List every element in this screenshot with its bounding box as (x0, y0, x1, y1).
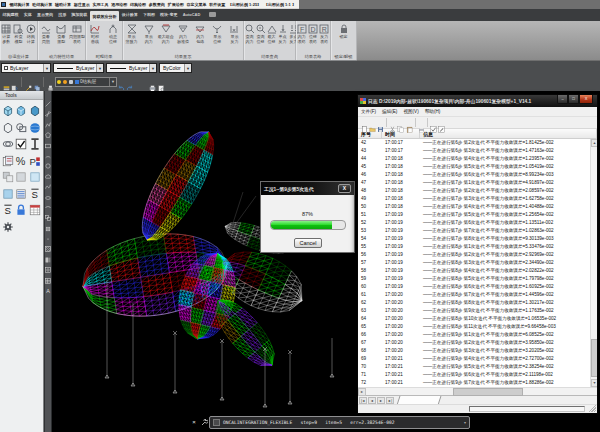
pred-tool-icon[interactable]: P (29, 153, 41, 165)
menu-item[interactable]: 实用工具 (91, 0, 110, 9)
scroll-down-button[interactable]: ▼ (591, 379, 597, 387)
menu-item[interactable]: 结构绘图 (129, 0, 148, 9)
tcut-icon[interactable] (389, 119, 396, 126)
mtext-draw-icon[interactable]: A (45, 280, 51, 286)
ribbon-button[interactable]: 内力 包络 (192, 22, 209, 54)
log-menu-item[interactable]: 视图(V) (400, 107, 421, 117)
plot-icon[interactable] (149, 78, 156, 85)
match-icon[interactable] (25, 78, 32, 85)
tsave-icon[interactable] (377, 119, 384, 126)
bluesq2-tool-icon[interactable] (2, 186, 14, 198)
menu-item[interactable]: 辅助计算 (54, 0, 73, 9)
log-row[interactable]: 5917:00:19——正在进行第8步 第5次迭代 不平衡力收敛误差=1.797… (358, 275, 590, 283)
cancel-button[interactable]: Cancel (294, 238, 322, 248)
log-row[interactable]: 4317:00:17——正在进行第6步 第3次迭代 不平衡力收敛误差=1.471… (358, 147, 590, 155)
layers-icon[interactable] (3, 78, 10, 85)
log-row[interactable]: 6517:00:20——正在进行第8步 第11次迭代 不平衡力收敛误差=9.66… (358, 323, 590, 331)
log-row[interactable]: 6017:00:19——正在进行第8步 第6次迭代 不平衡力收敛误差=1.609… (358, 283, 590, 291)
tcheck-icon[interactable] (430, 119, 437, 126)
scroll-up-button[interactable]: ▲ (591, 139, 597, 147)
ribbon-button[interactable]: 最大组合 内力 (157, 22, 174, 54)
log-row[interactable]: 4917:00:18——正在进行第7步 第3次迭代 不平衡力收敛误差=1.627… (358, 195, 590, 203)
property-combo[interactable]: ByLayer ▼ (1, 63, 51, 73)
ellipse-draw-icon[interactable] (45, 187, 51, 193)
command-input[interactable]: ONCALINTEGRATION_FLEXIBLE step=9 item=5 … (209, 416, 470, 429)
log-row[interactable]: 4417:00:18——正在进行第6步 第4次迭代 不平衡力收敛误差=1.239… (358, 155, 590, 163)
stack-icon[interactable] (34, 78, 41, 85)
cube3-tool-icon[interactable] (29, 103, 41, 115)
smac2-tool-icon[interactable]: S (2, 202, 14, 214)
log-row[interactable]: 4817:00:18——正在进行第7步 第2次迭代 不平衡力收敛误差=2.085… (358, 187, 590, 195)
dropdown-arrow-icon[interactable]: ▼ (96, 64, 103, 72)
cube1-tool-icon[interactable] (2, 103, 14, 115)
ribbon-button[interactable]: 显示 内力 (140, 22, 157, 54)
gear-tool-icon[interactable] (2, 219, 14, 231)
xline-draw-icon[interactable] (45, 103, 51, 109)
sphere-tool-icon[interactable] (29, 120, 41, 132)
log-row[interactable]: 5517:00:19——正在进行第8步 第1次迭代 不平衡力收敛误差=5.334… (358, 243, 590, 251)
ribbon-button[interactable]: 动态 位移 (104, 22, 122, 54)
sheets-tool-icon[interactable] (2, 153, 14, 165)
graysq-tool-icon[interactable] (15, 169, 27, 181)
dialog-close-button[interactable]: X (338, 184, 351, 193)
corners-tool-icon[interactable] (2, 169, 14, 181)
cube2-tool-icon[interactable] (15, 103, 27, 115)
log-row[interactable]: 6117:00:20——正在进行第8步 第7次迭代 不平衡力收敛误差=1.445… (358, 291, 590, 299)
log-row[interactable]: 6717:00:20——正在进行第9步 第2次迭代 不平衡力收敛误差=3.958… (358, 339, 590, 347)
log-row[interactable]: 5717:00:19——正在进行第8步 第3次迭代 不平衡力收敛误差=2.344… (358, 259, 590, 267)
hatch-draw-icon[interactable] (45, 238, 51, 244)
command-expand-icon[interactable]: ▾ (464, 420, 466, 425)
ribbon-button[interactable]: 单点 反力 (277, 22, 288, 54)
resize-grip[interactable] (589, 405, 596, 412)
gridred-tool-icon[interactable] (29, 202, 41, 214)
ribbon-button[interactable]: 查询 内力 (244, 22, 255, 54)
ribbon-button[interactable]: D 位移 表格 (307, 22, 318, 54)
log-row[interactable]: 6617:00:20——正在进行第9步 第1次迭代 不平衡力收敛误差=6.085… (358, 331, 590, 339)
polygon-draw-icon[interactable] (45, 124, 51, 130)
tpen-icon[interactable] (438, 119, 445, 126)
tpaste-icon[interactable] (406, 119, 413, 126)
region-draw-icon[interactable] (45, 259, 51, 265)
log-row[interactable]: 5217:00:19——正在进行第7步 第6次迭代 不平衡力收敛误差=1.135… (358, 219, 590, 227)
column-header[interactable]: 信息 (420, 129, 597, 138)
insblk-draw-icon[interactable] (45, 207, 51, 213)
log-row[interactable]: 5617:00:19——正在进行第8步 第2次迭代 不平衡力收敛误差=2.929… (358, 251, 590, 259)
menu-item[interactable]: 软件设置 (208, 0, 227, 9)
ibeam-tool-icon[interactable] (29, 136, 41, 148)
ribbon-tab[interactable]: 显示查询 (34, 9, 55, 21)
spline-draw-icon[interactable] (45, 176, 51, 182)
ribbon-button[interactable]: R 反力 表格 (319, 22, 330, 54)
rect-draw-icon[interactable] (45, 135, 51, 141)
dropdown-arrow-icon[interactable]: ▼ (184, 64, 191, 72)
menu-item[interactable]: 扩展绘图 (166, 0, 185, 9)
pline-draw-icon[interactable] (45, 114, 51, 120)
dropdown-arrow-icon[interactable]: ▼ (109, 78, 116, 86)
line-draw-icon[interactable] (45, 93, 51, 99)
horizontal-scroll-thumb[interactable] (453, 388, 523, 396)
cloud-draw-icon[interactable] (45, 166, 51, 172)
log-row[interactable]: 4717:00:18——正在进行第7步 第1次迭代 不平衡力收敛误差=4.918… (358, 179, 590, 187)
log-menu-item[interactable]: 编辑(E) (379, 107, 400, 117)
book-tool-icon[interactable] (15, 186, 27, 198)
menu-item[interactable]: 【出图比例 1:25】 (227, 0, 263, 9)
ribbon-tab[interactable]: 施加荷载 (69, 9, 90, 21)
log-row[interactable]: 5317:00:19——正在进行第7步 第7次迭代 不平衡力收敛误差=1.028… (358, 227, 590, 235)
log-row[interactable]: 6817:00:20——正在进行第9步 第3次迭代 不平衡力收敛误差=3.202… (358, 347, 590, 355)
tab-prev-button[interactable]: ◄ (368, 397, 376, 404)
locky-tool-icon[interactable] (15, 202, 27, 214)
horizontal-scrollbar[interactable]: ◄ ► (358, 387, 597, 395)
dialog-title-bar[interactable]: 工况1--第9步第5次迭代 X (261, 182, 354, 195)
dropdown-arrow-icon[interactable]: ▼ (149, 64, 156, 72)
ribbon-tab[interactable]: 荷载效应分析 (90, 11, 119, 22)
log-menu-item[interactable]: 帮助(H) (422, 107, 444, 117)
tab-last-button[interactable]: ►| (386, 397, 394, 404)
ribbon-button[interactable]: 周期振型 表格 (69, 22, 85, 54)
menu-item[interactable]: 标注显示 (72, 0, 91, 9)
bluesq-tool-icon[interactable] (29, 169, 41, 181)
ribbon-button[interactable]: 显示 薄膜力 (123, 22, 140, 54)
ribbon-tab[interactable]: 下料图 (140, 9, 157, 21)
arc-draw-icon[interactable] (45, 145, 51, 151)
log-title-bar[interactable]: 日志 D:\2019内部-超软\190601复杂项目\内部-舟山190601复杂… (358, 95, 597, 107)
menu-item[interactable]: 砼结构计算 (31, 0, 54, 9)
log-row[interactable]: 5417:00:19——正在进行第7步 第8次迭代 不平衡力收敛误差=9.301… (358, 235, 590, 243)
